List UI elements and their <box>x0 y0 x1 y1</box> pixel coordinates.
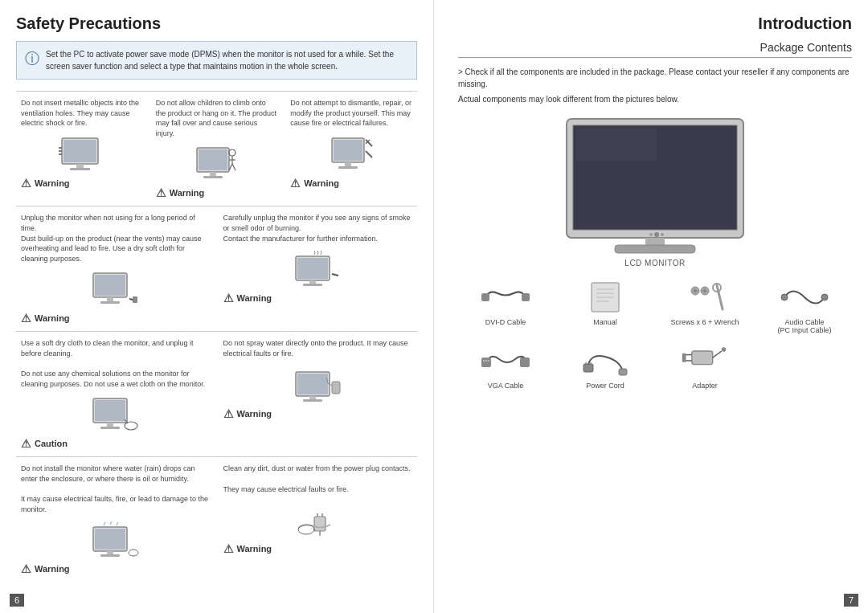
svg-rect-32 <box>303 284 322 286</box>
screws-img <box>681 279 729 315</box>
svg-rect-36 <box>107 423 113 427</box>
svg-rect-2 <box>76 164 84 168</box>
audio-cable-img <box>780 279 829 315</box>
caution-triangle-icon: ⚠ <box>21 437 31 450</box>
warning-triangle-icon-2: ⚠ <box>156 186 166 199</box>
svg-point-11 <box>229 149 235 156</box>
svg-point-70 <box>661 233 664 236</box>
warning-label-1-1: ⚠ Warning <box>21 177 70 190</box>
warning-row-4: Do not install the monitor where water (… <box>16 456 417 582</box>
warning-text-4-2: Clean any dirt, dust or water from the p… <box>223 464 411 494</box>
illustration-2-2 <box>223 250 413 288</box>
svg-rect-37 <box>100 427 120 429</box>
monitor-svg-1-1 <box>55 135 108 174</box>
accessories-grid: DVI-D Cable Manual <box>458 279 852 390</box>
svg-rect-19 <box>338 166 358 169</box>
svg-rect-71 <box>481 293 489 301</box>
svg-point-99 <box>722 347 727 352</box>
svg-line-33 <box>332 274 338 276</box>
warning-text-2-2: Carefully unplug the monitor if you see … <box>223 213 413 243</box>
check-text: > Check if all the components are includ… <box>458 66 852 90</box>
monitor-svg-4-1 <box>89 521 141 559</box>
svg-rect-72 <box>522 293 530 301</box>
svg-point-91 <box>485 360 487 362</box>
svg-rect-41 <box>297 374 328 394</box>
monitor-svg-1-2 <box>190 145 243 183</box>
dvi-cable-label: DVI-D Cable <box>485 318 526 326</box>
warning-text-3-1: Use a soft dry cloth to clean the monito… <box>21 338 211 389</box>
info-icon: ⓘ <box>25 49 39 68</box>
warning-triangle-icon-7: ⚠ <box>21 562 31 575</box>
svg-rect-97 <box>692 351 713 365</box>
accessory-dvi-cable: DVI-D Cable <box>458 279 553 334</box>
illustration-1-1 <box>21 135 143 174</box>
accessory-adapter: Adapter <box>657 342 752 390</box>
warning-label-2-1: ⚠ Warning <box>21 312 70 325</box>
svg-rect-53 <box>100 554 120 557</box>
info-box: ⓘ Set the PC to activate power save mode… <box>16 41 417 80</box>
illustration-1-2 <box>156 145 278 183</box>
illustration-4-2 <box>223 501 413 539</box>
svg-rect-30 <box>297 258 328 279</box>
illustration-3-1 <box>21 395 211 434</box>
svg-rect-93 <box>583 364 593 372</box>
svg-line-55 <box>110 521 112 525</box>
accessory-vga-cable: VGA Cable <box>458 342 553 390</box>
svg-rect-9 <box>210 172 216 176</box>
page-number-left: 6 <box>10 594 24 607</box>
warning-cell-1-3: Do not attempt to dismantle, repair, or … <box>285 98 417 199</box>
illustration-3-2 <box>223 366 413 404</box>
adapter-label: Adapter <box>692 382 718 390</box>
warning-text-4-1: Do not install the monitor where water (… <box>21 464 211 514</box>
illustration-2-1 <box>21 270 211 309</box>
warning-text-1-1: Do not insert metallic objects into the … <box>21 98 143 129</box>
svg-rect-51 <box>95 529 125 550</box>
svg-rect-67 <box>615 245 695 253</box>
illustration-4-1 <box>21 521 211 559</box>
vga-cable-img <box>481 342 530 378</box>
warning-label-2-2: ⚠ Warning <box>223 292 272 304</box>
monitor-svg-1-3 <box>326 135 378 174</box>
warning-cell-1-1: Do not insert metallic objects into the … <box>16 98 148 199</box>
right-title: Introduction <box>458 14 852 33</box>
right-page: Introduction Package Contents > Check if… <box>434 0 868 613</box>
accessory-audio-cable: Audio Cable(PC Input Cable) <box>757 279 852 334</box>
screws-svg <box>681 281 729 313</box>
warning-row-2: Unplug the monitor when not using for a … <box>16 206 417 331</box>
svg-rect-102 <box>682 353 686 362</box>
svg-line-54 <box>104 522 105 525</box>
warning-cell-1-2: Do not allow children to climb onto the … <box>151 98 283 199</box>
plug-svg-4-2 <box>292 501 344 539</box>
section-title: Package Contents <box>458 41 852 58</box>
warning-triangle-icon-6: ⚠ <box>223 407 234 420</box>
left-title: Safety Precautions <box>16 14 417 33</box>
manual-label: Manual <box>593 318 617 326</box>
warning-cell-3-1: Use a soft dry cloth to clean the monito… <box>16 338 215 450</box>
warning-cell-3-2: Do not spray water directly onto the pro… <box>219 338 418 450</box>
svg-rect-43 <box>303 399 322 402</box>
svg-point-57 <box>129 550 138 556</box>
page-number-right: 7 <box>844 594 858 607</box>
dvi-cable-svg <box>481 281 530 313</box>
monitor-svg-2-2 <box>292 250 344 288</box>
monitor-svg-2-1 <box>89 270 141 309</box>
svg-point-38 <box>125 422 137 430</box>
svg-rect-35 <box>95 400 125 421</box>
svg-rect-8 <box>199 149 227 170</box>
left-page: Safety Precautions ⓘ Set the PC to activ… <box>0 0 434 613</box>
warning-cell-2-1: Unplug the monitor when not using for a … <box>16 213 215 325</box>
package-note: Actual components may look different fro… <box>458 95 852 104</box>
svg-rect-3 <box>70 168 90 170</box>
dvi-cable-img <box>481 279 530 315</box>
svg-point-86 <box>781 294 788 300</box>
caution-label-3-1: ⚠ Caution <box>21 437 68 450</box>
svg-rect-65 <box>576 129 657 161</box>
svg-rect-58 <box>314 517 326 531</box>
warning-cell-2-2: Carefully unplug the monitor if you see … <box>219 213 418 325</box>
svg-rect-25 <box>107 297 113 301</box>
svg-rect-88 <box>481 358 491 367</box>
warning-label-3-2: ⚠ Warning <box>223 407 272 420</box>
svg-point-47 <box>323 381 325 382</box>
svg-rect-44 <box>332 382 340 394</box>
power-cord-svg <box>581 345 629 377</box>
